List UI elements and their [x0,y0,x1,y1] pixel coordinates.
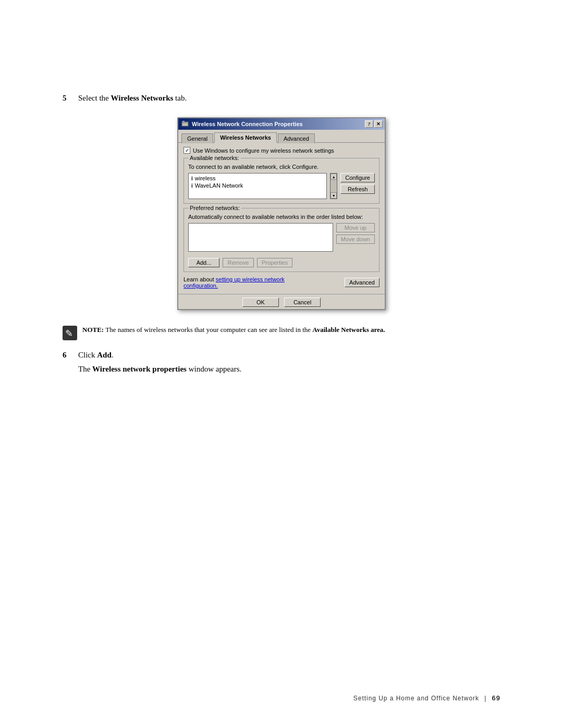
dialog-window: Wireless Network Connection Properties ?… [177,117,386,310]
preferred-list[interactable] [188,223,333,252]
add-remove-row: Add... Remove Properties [188,258,375,267]
move-buttons: Move up Move down [336,223,375,244]
step-6-text: Click Add. [78,351,114,360]
add-button[interactable]: Add... [188,258,219,267]
network-list-row: i wireless i WaveLAN Network ▲ ▼ [188,173,375,199]
dialog-body: ✓ Use Windows to configure my wireless n… [178,143,385,294]
tab-general[interactable]: General [181,133,213,143]
network-item-wavelan[interactable]: i WaveLAN Network [190,182,325,189]
scroll-up-btn[interactable]: ▲ [331,174,337,180]
network-name-wireless: wireless [195,175,216,181]
add-bold: Add [97,351,112,359]
tab-advanced[interactable]: Advanced [278,133,315,143]
page-footer: Setting Up a Home and Office Network | 6… [353,694,500,702]
wavelan-icon: i [191,183,193,189]
preferred-networks-title: Preferred networks: [188,205,241,211]
move-down-button: Move down [336,235,375,244]
footer-separator: | [484,695,486,702]
tab-strip: General Wireless Networks Advanced [178,130,385,143]
note-text: NOTE: The names of wireless networks tha… [82,325,385,335]
dialog-title-icon [181,120,189,128]
available-networks-group: Available networks: To connect to an ava… [183,158,380,204]
preferred-networks-desc: Automatically connect to available netwo… [188,214,375,220]
preferred-networks-group: Preferred networks: Automatically connec… [183,208,380,272]
title-bar-buttons: ? ✕ [365,120,383,128]
checkbox-label: Use Windows to configure my wireless net… [193,147,334,154]
scroll-track [331,180,337,192]
network-buttons: Configure Refresh [340,173,375,194]
footer-text: Setting Up a Home and Office Network [353,695,479,702]
svg-text:✎: ✎ [65,328,73,339]
substep-text: The Wireless network properties window a… [78,365,500,374]
move-up-button: Move up [336,223,375,232]
page-number: 69 [492,694,500,702]
note-body: The names of wireless networks that your… [105,326,312,334]
step-6-number: 6 [63,351,78,360]
note-section: ✎ NOTE: The names of wireless networks t… [63,325,500,340]
refresh-button[interactable]: Refresh [340,184,375,194]
wireless-icon: i [191,176,193,181]
bottom-action-row: Learn about setting up wireless network … [183,276,380,289]
wireless-props-bold: Wireless network properties [92,365,187,373]
properties-button: Properties [257,258,292,267]
tab-wireless-networks[interactable]: Wireless Networks [214,132,277,143]
note-bold: Available Networks area. [312,326,385,334]
step-5-text: Select the Wireless Networks tab. [78,94,187,103]
remove-button: Remove [223,258,254,267]
title-bar: Wireless Network Connection Properties ?… [178,118,385,130]
use-windows-checkbox[interactable]: ✓ [183,147,190,154]
scroll-down-btn[interactable]: ▼ [331,192,337,199]
note-label: NOTE: [82,326,104,334]
wireless-networks-bold: Wireless Networks [111,94,173,102]
network-list[interactable]: i wireless i WaveLAN Network [188,173,327,199]
cancel-button[interactable]: Cancel [284,298,321,307]
dialog-footer: OK Cancel [178,294,385,309]
checkbox-row: ✓ Use Windows to configure my wireless n… [183,147,380,154]
preferred-row: Move up Move down [188,223,375,255]
configure-button[interactable]: Configure [340,173,375,182]
advanced-button[interactable]: Advanced [345,278,380,287]
note-icon: ✎ [63,326,77,340]
available-networks-title: Available networks: [188,155,241,161]
step-5-line: 5 Select the Wireless Networks tab. [63,94,500,103]
svg-rect-1 [182,121,185,122]
available-networks-desc: To connect to an available network, clic… [188,164,375,170]
network-name-wavelan: WaveLAN Network [195,182,243,189]
network-item-wireless[interactable]: i wireless [190,175,325,182]
ok-button[interactable]: OK [242,298,279,307]
learn-link: Learn about setting up wireless network … [183,276,298,289]
dialog-title: Wireless Network Connection Properties [192,121,303,127]
close-button[interactable]: ✕ [374,120,383,128]
title-bar-left: Wireless Network Connection Properties [181,120,303,128]
step-6-line: 6 Click Add. [63,351,500,360]
help-button[interactable]: ? [365,120,373,128]
step-5-number: 5 [63,94,78,103]
network-scrollbar[interactable]: ▲ ▼ [330,173,337,199]
